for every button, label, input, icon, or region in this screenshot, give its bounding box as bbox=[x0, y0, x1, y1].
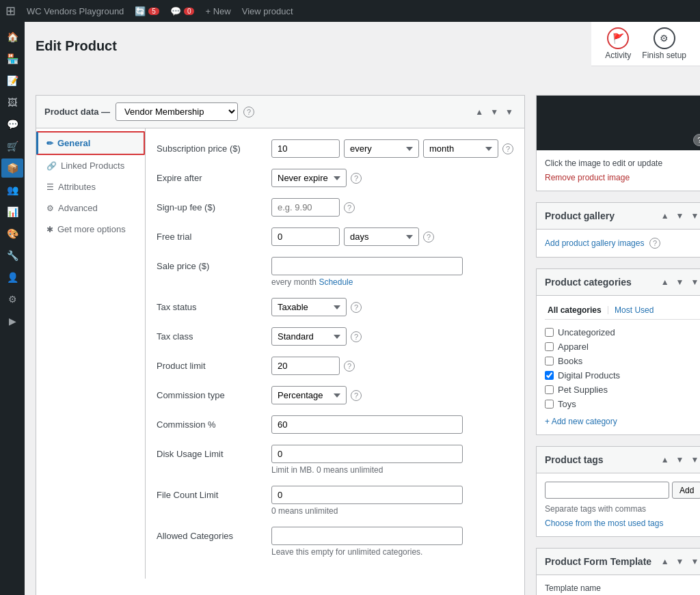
product-type-select[interactable]: Vendor Membership Simple product Variabl… bbox=[116, 102, 238, 121]
free-trial-help-icon[interactable]: ? bbox=[423, 232, 434, 243]
signup-fee-input[interactable] bbox=[271, 198, 340, 217]
sidebar-comments-icon[interactable]: 💬 bbox=[1, 115, 23, 134]
subscription-price-label: Subscription price ($) bbox=[157, 139, 266, 154]
template-collapse-arrow[interactable]: ▼ bbox=[688, 555, 700, 568]
tax-status-help-icon[interactable]: ? bbox=[351, 302, 362, 313]
sidebar-video-icon[interactable]: ▶ bbox=[1, 312, 23, 331]
file-count-input[interactable] bbox=[271, 486, 463, 504]
finish-setup-button[interactable]: ⚙ Finish setup bbox=[642, 27, 686, 60]
product-limit-input[interactable] bbox=[271, 357, 340, 375]
sidebar-paint-icon[interactable]: 🎨 bbox=[1, 224, 23, 243]
subscription-price-input[interactable] bbox=[271, 139, 340, 158]
sidebar-tools-icon[interactable]: 🔧 bbox=[1, 246, 23, 265]
category-checkbox-uncategorized[interactable] bbox=[545, 328, 554, 337]
categories-down-arrow[interactable]: ▼ bbox=[673, 276, 687, 288]
tax-status-select[interactable]: Taxable Shipping only None bbox=[271, 298, 347, 316]
category-checkbox-books[interactable] bbox=[545, 357, 554, 365]
product-image-placeholder[interactable]: ? bbox=[537, 96, 700, 150]
commission-type-field: Percentage Fixed Fixed fee + percentage … bbox=[271, 386, 513, 404]
panel-collapse-arrow[interactable]: ▼ bbox=[502, 106, 516, 118]
list-item: Pet Supplies bbox=[545, 383, 700, 397]
tab-general[interactable]: ✏ General bbox=[36, 131, 145, 155]
subscription-help-icon[interactable]: ? bbox=[502, 143, 513, 154]
tab-advanced[interactable]: ⚙ Advanced bbox=[36, 197, 145, 219]
gallery-collapse-arrow[interactable]: ▼ bbox=[688, 210, 700, 222]
product-type-help-icon[interactable]: ? bbox=[243, 107, 254, 117]
template-up-arrow[interactable]: ▲ bbox=[658, 555, 672, 568]
new-button[interactable]: + New bbox=[205, 6, 230, 16]
tax-class-help-icon[interactable]: ? bbox=[351, 331, 362, 342]
sidebar-woo-icon[interactable]: 🛒 bbox=[1, 137, 23, 156]
commission-type-select[interactable]: Percentage Fixed Fixed fee + percentage bbox=[271, 386, 347, 404]
updates-icon[interactable]: 🔄 5 bbox=[135, 6, 159, 16]
comments-icon[interactable]: 💬 0 bbox=[170, 6, 195, 16]
tags-down-arrow[interactable]: ▼ bbox=[673, 454, 687, 466]
schedule-link[interactable]: Schedule bbox=[319, 277, 353, 287]
tags-up-arrow[interactable]: ▲ bbox=[658, 454, 672, 466]
gallery-panel-arrows: ▲ ▼ ▼ bbox=[658, 210, 700, 222]
cat-tab-all[interactable]: All categories bbox=[545, 304, 604, 316]
sidebar-vendors-icon[interactable]: 👥 bbox=[1, 180, 23, 199]
categories-up-arrow[interactable]: ▲ bbox=[658, 276, 672, 288]
tags-input[interactable] bbox=[545, 482, 669, 499]
subscription-price-row: Subscription price ($) every every 2 eve… bbox=[157, 139, 513, 158]
tax-class-select[interactable]: Standard Reduced rate Zero rate bbox=[271, 327, 347, 346]
commission-type-help-icon[interactable]: ? bbox=[351, 390, 362, 401]
product-limit-help-icon[interactable]: ? bbox=[344, 361, 355, 372]
wp-logo-icon[interactable]: ⊞ bbox=[5, 3, 16, 18]
category-label: Apparel bbox=[558, 342, 589, 352]
tab-get-more-options[interactable]: ✱ Get more options bbox=[36, 219, 145, 240]
commission-pct-input[interactable] bbox=[271, 415, 463, 434]
sale-price-input[interactable] bbox=[271, 257, 463, 275]
tab-linked-products[interactable]: 🔗 Linked Products bbox=[36, 155, 145, 176]
sidebar-users-icon[interactable]: 👤 bbox=[1, 268, 23, 287]
categories-collapse-arrow[interactable]: ▼ bbox=[688, 276, 700, 288]
allowed-categories-input[interactable] bbox=[271, 527, 463, 545]
category-checkbox-pet-supplies[interactable] bbox=[545, 385, 554, 394]
category-label: Toys bbox=[558, 399, 576, 409]
sidebar-dashboard-icon[interactable]: 🏠 bbox=[1, 27, 23, 46]
remove-product-image-link[interactable]: Remove product image bbox=[545, 173, 630, 182]
free-trial-period-select[interactable]: days weeks months bbox=[344, 227, 419, 246]
gallery-help-icon[interactable]: ? bbox=[649, 238, 660, 249]
disk-usage-hint: Limit in MB. 0 means unlimited bbox=[271, 465, 513, 475]
free-trial-input[interactable] bbox=[271, 227, 340, 246]
expire-after-label: Expire after bbox=[157, 169, 266, 183]
disk-usage-input[interactable] bbox=[271, 445, 463, 463]
panel-up-arrow[interactable]: ▲ bbox=[472, 106, 486, 118]
add-gallery-images-link[interactable]: Add product gallery images bbox=[545, 238, 644, 248]
image-help-icon[interactable]: ? bbox=[693, 134, 700, 146]
tags-collapse-arrow[interactable]: ▼ bbox=[688, 454, 700, 466]
signup-help-icon[interactable]: ? bbox=[344, 202, 355, 213]
gallery-up-arrow[interactable]: ▲ bbox=[658, 210, 672, 222]
sidebar-analytics-icon[interactable]: 📊 bbox=[1, 202, 23, 221]
subscription-every-select[interactable]: every every 2 every 3 bbox=[344, 139, 419, 158]
tab-attributes[interactable]: ☰ Attributes bbox=[36, 176, 145, 197]
file-count-field: 0 means unlimited bbox=[271, 486, 513, 516]
cat-tab-most-used[interactable]: Most Used bbox=[612, 304, 656, 316]
category-checkbox-apparel[interactable] bbox=[545, 342, 554, 351]
add-new-category-link[interactable]: + Add new category bbox=[545, 417, 700, 426]
view-product-link[interactable]: View product bbox=[242, 6, 293, 16]
activity-icon: 🚩 bbox=[607, 27, 629, 49]
gallery-down-arrow[interactable]: ▼ bbox=[673, 210, 687, 222]
tax-status-row: Tax status Taxable Shipping only None ? bbox=[157, 298, 513, 316]
sidebar-store-icon[interactable]: 🏪 bbox=[1, 49, 23, 68]
template-down-arrow[interactable]: ▼ bbox=[673, 555, 687, 568]
sidebar-products-icon[interactable]: 📦 bbox=[1, 158, 23, 178]
activity-button[interactable]: 🚩 Activity bbox=[605, 27, 631, 60]
subscription-period-select[interactable]: day week month year bbox=[423, 139, 498, 158]
expire-after-select[interactable]: Never expire 1 month 3 months 6 months 1… bbox=[271, 169, 347, 187]
panel-down-arrow[interactable]: ▼ bbox=[487, 106, 501, 118]
product-tabs: ✏ General 🔗 Linked Products ☰ Attributes… bbox=[36, 128, 146, 579]
product-tags-body: Add Separate tags with commas Choose fro… bbox=[537, 473, 700, 536]
category-checkbox-toys[interactable] bbox=[545, 400, 554, 409]
choose-most-used-tags-link[interactable]: Choose from the most used tags bbox=[545, 518, 663, 528]
sidebar-post-icon[interactable]: 📝 bbox=[1, 71, 23, 90]
add-tag-button[interactable]: Add bbox=[672, 482, 700, 499]
site-name[interactable]: WC Vendors Playground bbox=[27, 6, 124, 16]
sidebar-settings-icon[interactable]: ⚙ bbox=[1, 290, 23, 309]
category-checkbox-digital-products[interactable] bbox=[545, 371, 554, 380]
sidebar-media-icon[interactable]: 🖼 bbox=[1, 93, 23, 112]
expire-help-icon[interactable]: ? bbox=[351, 173, 362, 184]
